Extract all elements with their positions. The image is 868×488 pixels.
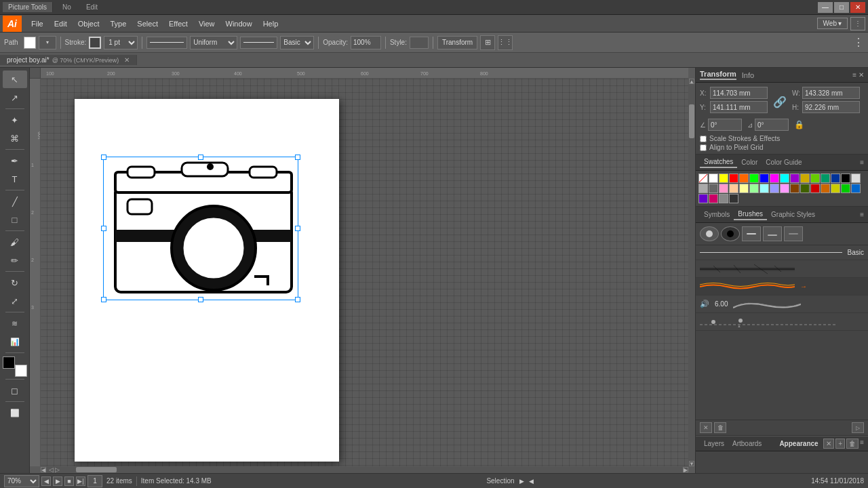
type-tool[interactable]: T [3, 170, 27, 188]
brushes-panel-options[interactable]: ≡ [860, 211, 864, 218]
scrollbar-horizontal[interactable]: ◀ ◁ ▷ ▶ [41, 466, 688, 473]
lock-proportions[interactable]: 🔒 [794, 120, 804, 129]
lasso-tool[interactable]: ⌘ [3, 129, 27, 147]
angle-field[interactable] [708, 119, 742, 131]
magic-wand-tool[interactable]: ✦ [3, 111, 27, 129]
swatch-navy[interactable] [831, 174, 840, 183]
graphic-styles-tab[interactable]: Graphic Styles [767, 209, 819, 220]
zoom-select[interactable]: 70% [4, 475, 39, 487]
swatch-fuchsia-light[interactable] [780, 184, 789, 193]
scale-strokes-checkbox[interactable] [700, 136, 707, 142]
scale-tool[interactable]: ⤢ [3, 292, 27, 310]
swatch-none[interactable] [698, 174, 708, 183]
brushes-tab[interactable]: Brushes [734, 209, 767, 220]
y-field[interactable] [710, 101, 768, 113]
symbols-tab[interactable]: Symbols [700, 209, 734, 220]
title-tab-no[interactable]: No [57, 2, 77, 12]
artboard-tool[interactable]: ⬜ [3, 404, 27, 422]
doc-tab[interactable]: project boy.ai* @ 70% (CMYK/Preview) ✕ [0, 55, 137, 65]
play-btn[interactable]: ▶ [53, 476, 62, 486]
panel-close-icon[interactable]: ✕ [859, 71, 864, 79]
new-brush-btn[interactable]: ✕ [700, 422, 712, 433]
swatch-hot-pink[interactable] [709, 194, 718, 203]
color-tab[interactable]: Color [737, 157, 762, 167]
stroke-color-selector[interactable]: ▾ [39, 36, 56, 49]
title-tab-picture-tools[interactable]: Picture Tools [3, 2, 53, 12]
anchor-tool[interactable]: ⊞ [480, 35, 495, 50]
canvas-viewport[interactable] [41, 79, 688, 466]
menu-edit[interactable]: Edit [49, 18, 73, 29]
menu-type[interactable]: Type [105, 18, 132, 29]
artboards-tab[interactable]: Artboards [728, 439, 766, 449]
menu-window[interactable]: Window [220, 18, 258, 29]
swatch-dark-green[interactable] [841, 184, 850, 193]
swatch-yellow-light[interactable] [739, 184, 749, 193]
swatch-gray-light[interactable] [851, 174, 861, 183]
swatch-mid-blue[interactable] [851, 184, 861, 193]
swatch-orange-brand[interactable] [739, 174, 749, 183]
swatch-dark-yellow[interactable] [831, 184, 840, 193]
shear-field[interactable] [755, 119, 789, 131]
pencil-tool[interactable]: ✏ [3, 251, 27, 269]
swatch-red[interactable] [729, 174, 738, 183]
swatches-panel-options[interactable]: ≡ [860, 159, 864, 166]
doc-tab-close[interactable]: ✕ [124, 56, 130, 64]
stroke-style-select[interactable]: Uniform [190, 36, 237, 49]
scatter-brush-icon[interactable] [721, 226, 740, 241]
swatch-green[interactable] [749, 174, 759, 183]
swatch-brown[interactable] [790, 184, 800, 193]
swatch-lavender[interactable] [770, 184, 779, 193]
appearance-cross-icon[interactable]: ✕ [823, 439, 834, 449]
toolbar-toggle[interactable]: ⋮ [850, 17, 865, 30]
swatch-yellow[interactable] [719, 174, 728, 183]
align-distribute[interactable]: ⋮⋮ [498, 35, 513, 50]
swatch-aqua[interactable] [760, 184, 769, 193]
brush-item-bristle2[interactable]: → [696, 278, 868, 296]
next-page-btn[interactable]: ▶| [76, 476, 85, 486]
close-button[interactable]: ✕ [850, 2, 865, 13]
swatch-mid-gray[interactable] [719, 194, 728, 203]
foreground-color[interactable] [3, 357, 15, 369]
selection-tool[interactable]: ↖ [3, 70, 27, 88]
nav-buttons[interactable]: ◁ ▷ [46, 466, 62, 473]
swatch-dark-gray[interactable] [729, 194, 738, 203]
stroke-style-line[interactable] [146, 37, 187, 49]
swatch-green-light[interactable] [749, 184, 759, 193]
swatch-gray-dark[interactable] [709, 184, 718, 193]
maximize-button[interactable]: □ [834, 2, 849, 13]
swatch-pink[interactable] [719, 184, 728, 193]
appearance-delete-icon[interactable]: 🗑 [846, 439, 859, 449]
pattern-brush-icon[interactable] [784, 226, 803, 241]
brush-item-scatter[interactable]: ▲ [696, 313, 868, 331]
page-field[interactable] [87, 475, 102, 487]
brush-item-bristle1[interactable] [696, 260, 868, 278]
h-scroll-thumb[interactable] [76, 467, 117, 472]
info-tab[interactable]: Info [742, 71, 754, 79]
brush-item-calli[interactable]: 🔊 6.00 [696, 296, 868, 313]
tool-stop-btn[interactable]: ◀ [527, 476, 536, 486]
tool-play-btn[interactable]: ▶ [517, 476, 527, 486]
panel-options-icon[interactable]: ≡ [852, 71, 856, 79]
x-field[interactable] [710, 87, 768, 99]
rotate-tool[interactable]: ↻ [3, 274, 27, 291]
swatches-tab[interactable]: Swatches [700, 157, 737, 168]
swatch-cyan[interactable] [780, 174, 789, 183]
swatch-teal[interactable] [821, 174, 830, 183]
fill-none-stroke[interactable]: ◻ [3, 382, 27, 399]
warp-tool[interactable]: ≋ [3, 314, 27, 332]
prev-page-btn[interactable]: ◀ [41, 476, 51, 486]
swatch-black[interactable] [841, 174, 850, 183]
line-tool[interactable]: ╱ [3, 192, 27, 210]
graph-tool[interactable]: 📊 [3, 333, 27, 350]
swatch-orange-light[interactable] [729, 184, 738, 193]
brush-option1[interactable]: ▷ [852, 422, 864, 433]
layers-tab[interactable]: Layers [700, 439, 728, 449]
pen-tool[interactable]: ✒ [3, 152, 27, 169]
menu-help[interactable]: Help [258, 18, 284, 29]
scrollbar-vertical[interactable]: ▲ ▼ [688, 79, 695, 466]
v-scroll-thumb[interactable] [689, 104, 694, 138]
brush-item-basic[interactable]: Basic [696, 245, 868, 260]
stroke-type-select[interactable]: Basic [280, 36, 314, 49]
swatch-dark-red[interactable] [810, 184, 820, 193]
menu-object[interactable]: Object [73, 18, 105, 29]
